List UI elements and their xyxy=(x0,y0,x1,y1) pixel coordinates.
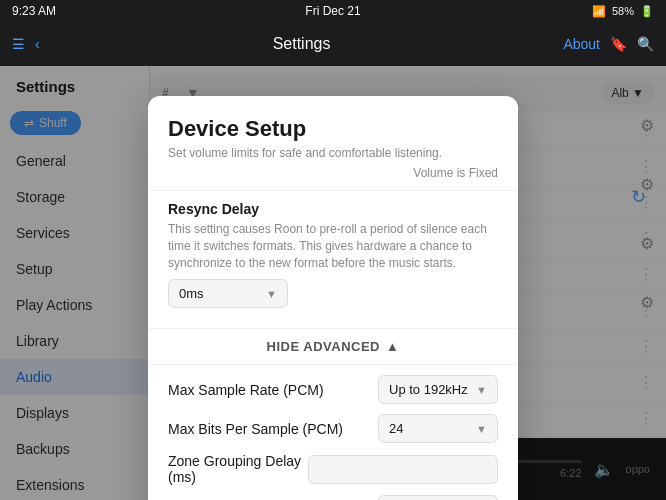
hide-advanced-toggle[interactable]: HIDE ADVANCED ▲ xyxy=(148,328,518,364)
max-sample-rate-label: Max Sample Rate (PCM) xyxy=(168,382,378,398)
resync-delay-description: This setting causes Roon to pre-roll a p… xyxy=(168,221,498,271)
about-button[interactable]: About xyxy=(563,36,600,52)
main-area: Settings ⇌ Shuff General Storage Service… xyxy=(0,66,666,500)
zone-grouping-delay-row: Zone Grouping Delay (ms) 0 xyxy=(168,453,498,485)
resync-delay-value: 0ms xyxy=(179,286,204,301)
max-sample-rate-select[interactable]: Up to 192kHz ▼ xyxy=(378,375,498,404)
clock-master-priority-select[interactable]: Default ▼ xyxy=(378,495,498,500)
chevron-down-icon: ▼ xyxy=(476,384,487,396)
chevron-down-icon: ▼ xyxy=(266,288,277,300)
max-sample-rate-section: Max Sample Rate (PCM) Up to 192kHz ▼ Max… xyxy=(148,364,518,500)
max-sample-rate-row: Max Sample Rate (PCM) Up to 192kHz ▼ xyxy=(168,375,498,404)
resync-delay-row: 0ms ▼ xyxy=(168,279,498,308)
max-bits-value: 24 xyxy=(389,421,403,436)
hamburger-button[interactable]: ☰ xyxy=(12,36,25,52)
header-title: Settings xyxy=(50,35,554,53)
resync-delay-label: Resync Delay xyxy=(168,201,498,217)
battery-icon: 🔋 xyxy=(640,5,654,18)
modal-overlay: Device Setup Set volume limits for safe … xyxy=(0,66,666,500)
app-container: ☰ ‹ Settings About 🔖 🔍 Settings ⇌ Shuff … xyxy=(0,22,666,500)
clock-master-priority-row: Clock Master Priority Default ▼ xyxy=(168,495,498,500)
max-bits-label: Max Bits Per Sample (PCM) xyxy=(168,421,378,437)
hide-advanced-label: HIDE ADVANCED xyxy=(267,339,380,354)
max-bits-select[interactable]: 24 ▼ xyxy=(378,414,498,443)
modal-title: Device Setup xyxy=(148,96,518,146)
chevron-down-icon: ▼ xyxy=(476,423,487,435)
status-right: 📶 58% 🔋 xyxy=(592,5,654,18)
battery-label: 58% xyxy=(612,5,634,17)
zone-grouping-delay-label: Zone Grouping Delay (ms) xyxy=(168,453,308,485)
chevron-up-icon: ▲ xyxy=(386,339,399,354)
back-button[interactable]: ‹ xyxy=(35,36,40,52)
device-setup-modal: Device Setup Set volume limits for safe … xyxy=(148,96,518,500)
resync-delay-section: Resync Delay This setting causes Roon to… xyxy=(148,190,518,328)
max-sample-rate-value: Up to 192kHz xyxy=(389,382,468,397)
status-bar: 9:23 AM Fri Dec 21 📶 58% 🔋 xyxy=(0,0,666,22)
max-bits-row: Max Bits Per Sample (PCM) 24 ▼ xyxy=(168,414,498,443)
bookmark-button[interactable]: 🔖 xyxy=(610,36,627,52)
modal-subtitle: Set volume limits for safe and comfortab… xyxy=(148,146,518,166)
zone-grouping-delay-input[interactable]: 0 xyxy=(308,455,498,484)
status-time: 9:23 AM xyxy=(12,4,56,18)
resync-delay-select[interactable]: 0ms ▼ xyxy=(168,279,288,308)
app-header: ☰ ‹ Settings About 🔖 🔍 xyxy=(0,22,666,66)
wifi-icon: 📶 xyxy=(592,5,606,18)
search-button[interactable]: 🔍 xyxy=(637,36,654,52)
volume-note: Volume is Fixed xyxy=(148,166,518,190)
status-center-title: Fri Dec 21 xyxy=(305,4,360,18)
